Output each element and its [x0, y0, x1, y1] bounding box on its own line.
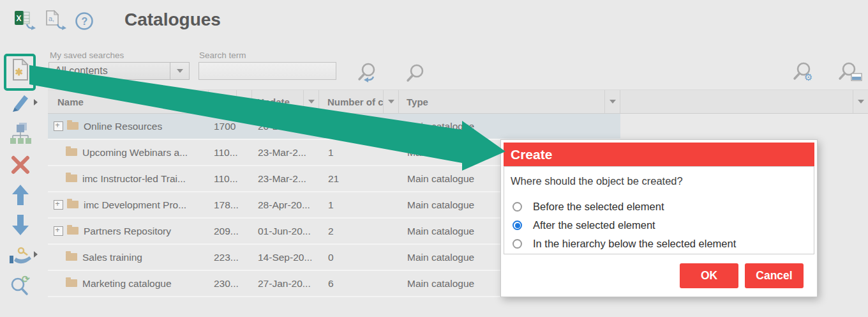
cell-id: 223... — [209, 245, 252, 270]
column-header-name[interactable]: Name — [48, 90, 209, 113]
radio-button-icon[interactable] — [513, 220, 522, 230]
column-filter-arrow[interactable] — [236, 90, 251, 113]
folder-icon — [67, 122, 79, 130]
saved-searches-dropdown[interactable]: All contents — [49, 62, 190, 80]
catalogues-page: X a, ? Catalogues My saved searches Sear… — [0, 0, 868, 317]
update-text: 01-Jun-20... — [258, 226, 311, 237]
svg-text:⟳: ⟳ — [22, 274, 30, 284]
help-icon[interactable]: ? — [75, 12, 94, 33]
type-text: Main catalogue — [407, 226, 474, 237]
cell-update: 28-Apr-20... — [252, 192, 319, 217]
cell-id: 110... — [209, 140, 252, 165]
update-text: 23-Mar-2... — [258, 173, 306, 185]
chevron-down-icon — [610, 100, 616, 104]
type-text: Main catalogue — [407, 252, 474, 263]
svg-text:⚙: ⚙ — [804, 72, 812, 82]
column-filter-arrow[interactable] — [303, 90, 318, 113]
radio-button-icon[interactable] — [513, 239, 522, 249]
dialog-body: Where should the object be created? Befo… — [504, 166, 814, 254]
update-text: 14-Sep-20... — [258, 252, 312, 263]
ok-button[interactable]: OK — [680, 263, 738, 288]
expand-plus-icon[interactable] — [54, 226, 63, 236]
column-header-label: Type — [399, 97, 604, 107]
update-text: 20-Dec-20... — [258, 121, 312, 132]
search-reset-icon[interactable] — [357, 61, 380, 88]
column-header-number-of-courses[interactable]: Number of c... — [319, 90, 399, 113]
chevron-down-icon — [858, 100, 864, 104]
hierarchy-icon[interactable] — [8, 121, 33, 146]
dialog-footer: OK Cancel — [504, 263, 814, 288]
search-settings-icon[interactable]: ⚙ — [791, 61, 817, 89]
folder-icon — [66, 174, 77, 182]
count-text: 2 — [328, 226, 334, 237]
edit-submenu-arrow-icon[interactable] — [34, 99, 38, 105]
cell-update: 01-Jun-20... — [252, 219, 319, 244]
cell-name: Marketing catalogue — [48, 271, 209, 296]
radio-option-after[interactable]: After the selected element — [511, 216, 807, 235]
column-header-label: ID — [209, 97, 236, 107]
permissions-submenu-arrow-icon[interactable] — [34, 251, 38, 258]
expand-plus-icon[interactable] — [54, 200, 63, 210]
count-text: 0 — [328, 121, 334, 132]
cell-id: 230... — [209, 271, 252, 296]
chevron-down-icon — [308, 100, 315, 104]
cell-id: 178... — [209, 192, 252, 217]
column-filter-arrow[interactable] — [604, 90, 620, 113]
permissions-hand-key-icon[interactable] — [8, 244, 33, 268]
type-text: Main catalogue — [407, 147, 474, 158]
delete-x-icon[interactable] — [8, 153, 33, 177]
count-text: 1 — [328, 147, 334, 158]
svg-text:X: X — [17, 14, 22, 23]
column-header-label: Number of c... — [319, 97, 383, 107]
folder-icon — [66, 279, 77, 287]
cell-name: imc Instructor-led Trai... — [48, 166, 209, 191]
cell-update: 27-Jan-20... — [252, 271, 319, 296]
column-header-update[interactable]: Update — [252, 90, 319, 113]
saved-searches-label: My saved searches — [50, 50, 124, 60]
expand-plus-icon[interactable] — [54, 121, 63, 131]
column-header-label: Name — [48, 97, 193, 107]
dropdown-arrow-button[interactable] — [170, 63, 189, 79]
export-text-icon[interactable]: a, — [45, 10, 68, 34]
dialog-question: Where should the object be created? — [511, 175, 807, 187]
export-excel-icon[interactable]: X — [14, 10, 37, 34]
type-text: Main catalogue — [407, 199, 474, 211]
move-up-arrow-icon[interactable] — [8, 183, 33, 207]
column-config-arrow[interactable] — [853, 90, 868, 113]
count-text: 21 — [328, 173, 339, 185]
cell-count: 6 — [319, 271, 399, 296]
radio-button-icon[interactable] — [513, 202, 522, 212]
search-term-input[interactable] — [198, 62, 336, 80]
count-text: 0 — [328, 252, 334, 263]
move-down-arrow-icon[interactable] — [8, 213, 33, 237]
column-filter-arrow[interactable] — [383, 90, 398, 113]
refresh-search-icon[interactable]: ⟳ — [8, 274, 33, 298]
name-text: Sales training — [82, 252, 142, 263]
radio-option-before[interactable]: Before the selected element — [511, 197, 807, 216]
dialog-title: Create — [504, 143, 814, 166]
edit-pencil-icon[interactable] — [8, 91, 33, 115]
folder-icon — [66, 253, 77, 261]
cell-count: 1 — [319, 192, 399, 217]
name-text: Online Resources — [84, 121, 162, 132]
id-text: 110... — [214, 147, 238, 158]
cell-count: 0 — [319, 245, 399, 270]
type-text: Main catalogue — [407, 173, 474, 185]
column-header-type[interactable]: Type — [399, 90, 620, 113]
column-filter-arrow[interactable] — [193, 90, 208, 113]
radio-option-hierarchy-below[interactable]: In the hierarchy below the selected elem… — [511, 235, 807, 253]
search-saved-icon[interactable] — [838, 61, 864, 89]
cell-update: 20-Dec-20... — [252, 114, 319, 139]
folder-icon — [67, 201, 79, 208]
cell-update: 23-Mar-2... — [252, 140, 319, 165]
column-header-id[interactable]: ID — [209, 90, 252, 113]
cell-name: Sales training — [48, 245, 209, 270]
table-row[interactable]: Online Resources170020-Dec-20...0Main ca… — [48, 114, 620, 140]
search-icon[interactable] — [406, 64, 425, 87]
cell-count: 0 — [319, 114, 399, 139]
annotation-highlight-box — [4, 54, 36, 91]
id-text: 230... — [214, 278, 239, 290]
id-text: 178... — [214, 199, 239, 211]
cell-count: 21 — [319, 166, 399, 191]
cancel-button[interactable]: Cancel — [745, 263, 804, 288]
